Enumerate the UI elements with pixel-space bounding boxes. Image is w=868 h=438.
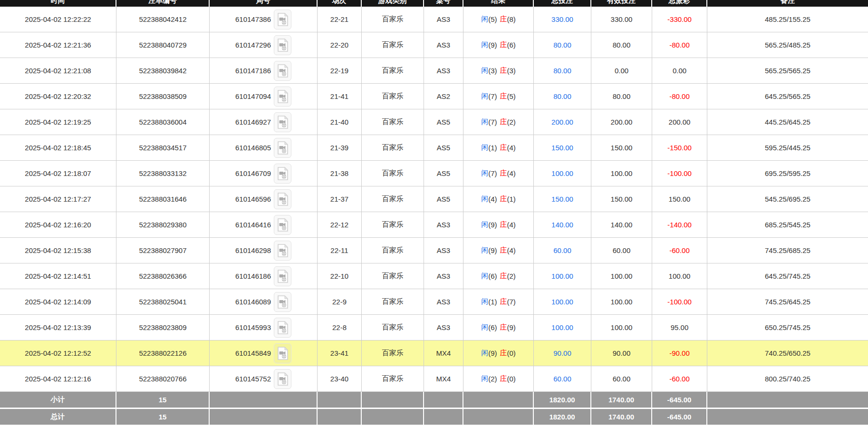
- cell-time: 2025-04-02 12:17:27: [0, 186, 116, 212]
- banker-result-count: (4): [507, 169, 516, 177]
- cell-bet-id: 522388026366: [116, 263, 210, 289]
- banker-result-count: (6): [507, 41, 516, 49]
- cell-remark: 745.25/685.25: [707, 238, 868, 263]
- banker-result-label: 庄: [500, 195, 507, 204]
- total-bet-link[interactable]: 100.00: [551, 323, 573, 331]
- video-playback-button[interactable]: [274, 112, 291, 132]
- cell-session: 23-40: [318, 366, 362, 391]
- total-bet-link[interactable]: 100.00: [551, 298, 573, 306]
- player-result-count: (7): [488, 169, 497, 177]
- table-row[interactable]: 2025-04-02 12:12:52522388022126610145849…: [0, 341, 868, 366]
- cell-result: 闲(9)庄(4): [463, 238, 534, 263]
- video-playback-button[interactable]: [274, 164, 291, 184]
- video-playback-button[interactable]: [274, 10, 291, 29]
- cell-table-no: AS3: [424, 238, 463, 263]
- total-bet-link[interactable]: 200.00: [551, 118, 573, 126]
- video-playback-button[interactable]: [274, 292, 291, 312]
- player-result-count: (5): [488, 15, 497, 23]
- video-playback-button[interactable]: [274, 343, 291, 363]
- total-bet-link[interactable]: 150.00: [551, 195, 573, 203]
- table-row[interactable]: 2025-04-02 12:19:25522388036004610146927…: [0, 109, 868, 135]
- player-result-label: 闲: [481, 374, 488, 383]
- summary-empty-cell: [210, 409, 318, 425]
- total-bet-link[interactable]: 100.00: [551, 272, 573, 280]
- cell-game-id: 610147094: [210, 84, 318, 109]
- summary-empty-cell: [318, 392, 362, 408]
- cell-session: 21-38: [318, 161, 362, 186]
- cell-game-type: 百家乐: [362, 84, 424, 109]
- cell-valid-bet: 80.00: [591, 84, 652, 109]
- total-bet-link[interactable]: 80.00: [553, 92, 571, 100]
- cell-time: 2025-04-02 12:19:25: [0, 109, 116, 135]
- total-bet-link[interactable]: 150.00: [551, 144, 573, 152]
- player-result-label: 闲: [481, 169, 488, 178]
- cell-total-bet: 100.00: [534, 289, 591, 314]
- total-bet-link[interactable]: 90.00: [553, 349, 571, 357]
- cell-result: 闲(7)庄(5): [463, 84, 534, 109]
- table-header-row: 时间注单编号局号场次游戏类别桌号结果总投注有效投注总派彩备注: [0, 0, 868, 7]
- table-row[interactable]: 2025-04-02 12:14:09522388025041610146089…: [0, 289, 868, 315]
- cell-total-bet: 200.00: [534, 109, 591, 135]
- table-row[interactable]: 2025-04-02 12:18:07522388033132610146709…: [0, 161, 868, 186]
- table-row[interactable]: 2025-04-02 12:13:39522388023809610145993…: [0, 315, 868, 341]
- cell-remark: 645.25/565.25: [707, 84, 868, 109]
- cell-game-id: 610146298: [210, 238, 318, 263]
- total-bet-link[interactable]: 330.00: [551, 15, 573, 23]
- game-number: 610147386: [235, 15, 271, 23]
- total-bet-link[interactable]: 80.00: [553, 67, 571, 75]
- video-playback-button[interactable]: [274, 215, 291, 235]
- video-playback-button[interactable]: [274, 318, 291, 338]
- cell-result: 闲(7)庄(2): [463, 109, 534, 135]
- table-row[interactable]: 2025-04-02 12:21:08522388039842610147186…: [0, 58, 868, 84]
- video-playback-button[interactable]: [274, 266, 291, 286]
- table-row[interactable]: 2025-04-02 12:22:22522388042412610147386…: [0, 7, 868, 32]
- game-number: 610146596: [235, 195, 271, 203]
- table-row[interactable]: 2025-04-02 12:12:16522388020766610145752…: [0, 366, 868, 392]
- video-file-icon: [277, 13, 289, 26]
- video-file-icon: [277, 116, 289, 129]
- banker-result-count: (1): [507, 195, 516, 203]
- banker-result-count: (4): [507, 221, 516, 229]
- banker-result-count: (0): [507, 349, 516, 357]
- cell-game-type: 百家乐: [362, 366, 424, 391]
- total-bet-link[interactable]: 80.00: [553, 41, 571, 49]
- video-playback-button[interactable]: [274, 61, 291, 81]
- total-bet-link[interactable]: 60.00: [553, 375, 571, 383]
- video-playback-button[interactable]: [274, 138, 291, 158]
- cell-bet-id: 522388031646: [116, 186, 210, 212]
- player-result-label: 闲: [481, 40, 488, 49]
- banker-result-label: 庄: [500, 246, 507, 255]
- table-row[interactable]: 2025-04-02 12:17:27522388031646610146596…: [0, 186, 868, 212]
- table-row[interactable]: 2025-04-02 12:14:51522388026366610146186…: [0, 263, 868, 289]
- summary-payout: -645.00: [652, 392, 707, 408]
- video-playback-button[interactable]: [274, 189, 291, 209]
- cell-total-bet: 100.00: [534, 161, 591, 186]
- table-row[interactable]: 2025-04-02 12:15:38522388027907610146298…: [0, 238, 868, 263]
- cell-result: 闲(4)庄(1): [463, 186, 534, 212]
- video-playback-button[interactable]: [274, 87, 291, 107]
- total-bet-link[interactable]: 100.00: [551, 169, 573, 177]
- banker-result-label: 庄: [500, 272, 507, 281]
- cell-total-bet: 80.00: [534, 32, 591, 58]
- cell-table-no: AS5: [424, 135, 463, 160]
- player-result-count: (9): [488, 246, 497, 254]
- video-playback-button[interactable]: [274, 35, 291, 55]
- banker-result-count: (2): [507, 272, 516, 280]
- table-row[interactable]: 2025-04-02 12:18:45522388034517610146805…: [0, 135, 868, 161]
- table-row[interactable]: 2025-04-02 12:20:32522388038509610147094…: [0, 84, 868, 109]
- video-playback-button[interactable]: [274, 369, 291, 389]
- table-row[interactable]: 2025-04-02 12:16:20522388029380610146416…: [0, 212, 868, 238]
- cell-bet-id: 522388038509: [116, 84, 210, 109]
- total-bet-link[interactable]: 140.00: [551, 221, 573, 229]
- cell-remark: 645.25/745.25: [707, 263, 868, 289]
- table-row[interactable]: 2025-04-02 12:21:36522388040729610147296…: [0, 32, 868, 58]
- player-result-label: 闲: [481, 220, 488, 229]
- cell-valid-bet: 140.00: [591, 212, 652, 237]
- total-bet-link[interactable]: 60.00: [553, 246, 571, 254]
- player-result-count: (3): [488, 67, 497, 75]
- cell-payout: -80.00: [652, 84, 707, 109]
- video-playback-button[interactable]: [274, 241, 291, 261]
- cell-time: 2025-04-02 12:12:16: [0, 366, 116, 391]
- cell-result: 闲(9)庄(6): [463, 32, 534, 58]
- banker-result-label: 庄: [500, 220, 507, 229]
